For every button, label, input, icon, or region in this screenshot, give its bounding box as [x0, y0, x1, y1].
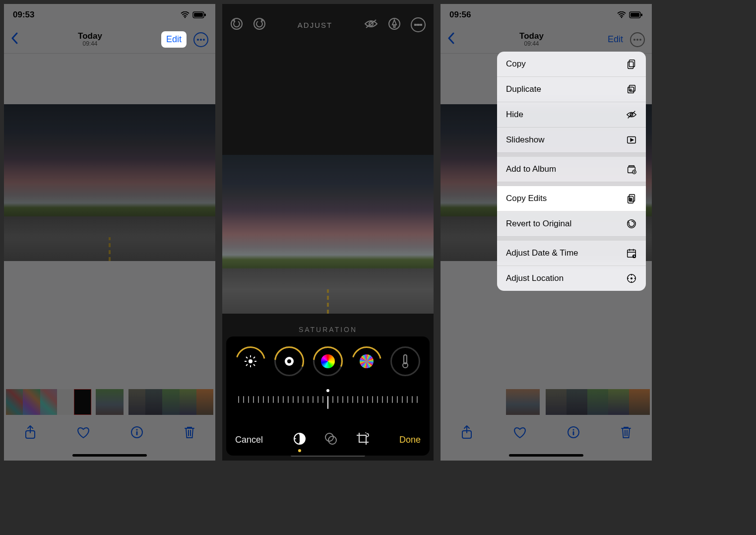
redo-button[interactable] — [253, 17, 266, 32]
favorite-button[interactable] — [513, 426, 527, 442]
thumb[interactable] — [145, 389, 162, 415]
hide-original-button[interactable] — [364, 19, 378, 31]
toolbar — [4, 420, 215, 448]
thumb[interactable] — [57, 389, 74, 415]
photo-image[interactable] — [222, 155, 434, 314]
screenshot-view-photo: 09:53 Today 09:44 Edit — [4, 4, 215, 461]
markup-button[interactable] — [388, 17, 401, 32]
screenshot-edit-photo: ADJUST SATURATION — [222, 4, 434, 461]
menu-item-adjust-location[interactable]: Adjust Location — [497, 266, 646, 291]
filters-mode-button[interactable] — [324, 432, 338, 447]
edit-button[interactable]: Edit — [161, 31, 187, 48]
exposure-knob[interactable] — [274, 346, 304, 376]
thumb[interactable] — [40, 389, 57, 415]
cancel-button[interactable]: Cancel — [235, 435, 263, 445]
share-button[interactable] — [24, 425, 36, 443]
warmth-knob[interactable] — [390, 346, 420, 376]
action-menu: Copy Duplicate Hide Slideshow Add to Alb… — [497, 52, 646, 291]
thumb[interactable] — [629, 389, 650, 415]
more-button[interactable] — [411, 17, 426, 32]
thumb[interactable] — [196, 389, 213, 415]
more-button[interactable] — [630, 32, 645, 47]
home-indicator[interactable] — [509, 454, 583, 457]
thumb[interactable] — [162, 389, 179, 415]
nav-title: Today — [78, 31, 102, 41]
brightness-knob[interactable] — [236, 346, 265, 376]
menu-item-add-album[interactable]: Add to Album — [497, 157, 646, 182]
wifi-icon — [181, 11, 189, 18]
value-ruler[interactable] — [229, 389, 427, 416]
edit-mode-label: ADJUST — [298, 21, 332, 29]
status-indicators — [181, 11, 206, 18]
svg-line-25 — [246, 364, 248, 366]
crop-mode-button[interactable] — [356, 432, 370, 448]
share-button[interactable] — [461, 425, 473, 443]
saturation-knob[interactable] — [313, 346, 343, 376]
menu-item-copy-edits[interactable]: Copy Edits — [497, 186, 646, 211]
svg-point-6 — [203, 39, 205, 41]
delete-button[interactable] — [620, 425, 632, 442]
menu-item-copy[interactable]: Copy — [497, 52, 646, 77]
status-indicators — [617, 11, 643, 18]
svg-rect-2 — [194, 13, 203, 17]
info-button[interactable] — [567, 426, 580, 442]
svg-point-9 — [136, 429, 137, 430]
svg-point-17 — [420, 24, 422, 26]
status-bar: 09:53 — [4, 4, 215, 26]
thumb[interactable] — [608, 389, 629, 415]
photo-image — [4, 104, 215, 261]
adjust-filter-label: SATURATION — [222, 326, 434, 334]
menu-label: Slideshow — [506, 135, 545, 145]
delete-button[interactable] — [184, 425, 195, 442]
svg-point-61 — [631, 278, 632, 279]
back-button[interactable] — [447, 32, 455, 48]
thumb-selected[interactable] — [96, 389, 123, 415]
nav-subtitle: 09:44 — [82, 41, 97, 48]
menu-label: Duplicate — [506, 84, 541, 94]
menu-label: Copy — [506, 59, 526, 69]
filmstrip[interactable] — [506, 389, 650, 415]
thumb[interactable] — [546, 389, 567, 415]
vibrance-knob[interactable] — [352, 346, 381, 376]
menu-item-revert[interactable]: Revert to Original — [497, 211, 646, 237]
thumb-selected[interactable] — [506, 389, 540, 415]
thumb[interactable] — [567, 389, 587, 415]
back-button[interactable] — [11, 32, 19, 48]
svg-rect-46 — [628, 62, 633, 68]
filmstrip[interactable] — [4, 389, 215, 415]
svg-rect-65 — [572, 431, 574, 435]
more-button[interactable] — [193, 32, 208, 47]
menu-item-adjust-date[interactable]: Adjust Date & Time — [497, 241, 646, 266]
svg-point-0 — [185, 17, 186, 18]
clock-label: 09:56 — [449, 10, 471, 20]
thumb[interactable] — [587, 389, 608, 415]
photo-viewer[interactable] — [4, 54, 215, 312]
adjust-filter-row[interactable] — [229, 344, 427, 376]
nav-title-group: Today 09:44 — [78, 31, 102, 48]
nav-header: Today 09:44 Edit — [4, 26, 215, 54]
svg-point-64 — [572, 429, 574, 430]
svg-rect-3 — [204, 14, 206, 16]
thumb[interactable] — [23, 389, 40, 415]
svg-point-11 — [231, 18, 242, 29]
thumb[interactable] — [6, 389, 23, 415]
adjust-mode-button[interactable] — [293, 432, 306, 447]
menu-item-hide[interactable]: Hide — [497, 102, 646, 128]
menu-separator — [497, 153, 646, 157]
done-button[interactable]: Done — [399, 435, 421, 445]
thumb[interactable] — [180, 389, 196, 415]
menu-label: Add to Album — [506, 164, 556, 174]
thumb[interactable] — [74, 389, 91, 415]
undo-button[interactable] — [230, 17, 243, 32]
edit-header: ADJUST — [222, 4, 434, 46]
screenshot-menu: 09:56 Today 09:44 Edit — [441, 4, 652, 461]
thumb[interactable] — [128, 389, 145, 415]
svg-point-38 — [621, 17, 623, 18]
menu-item-slideshow[interactable]: Slideshow — [497, 128, 646, 153]
info-button[interactable] — [130, 426, 143, 442]
edit-button[interactable]: Edit — [608, 34, 623, 45]
home-indicator[interactable] — [72, 454, 147, 457]
menu-label: Revert to Original — [506, 219, 571, 229]
menu-item-duplicate[interactable]: Duplicate — [497, 77, 646, 102]
favorite-button[interactable] — [76, 426, 90, 442]
